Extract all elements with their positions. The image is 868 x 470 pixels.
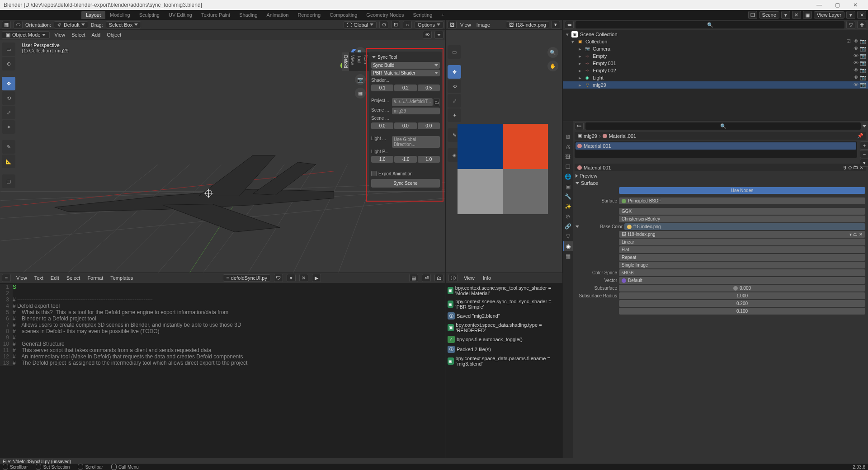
layer-del-icon[interactable]: ✕ xyxy=(857,11,866,19)
scene-icon[interactable]: ❑ xyxy=(748,11,757,19)
overlay-menu-icon[interactable] xyxy=(434,31,443,39)
material-name-field[interactable]: Material.001 9 ◇ 🗀 ✕ xyxy=(575,164,866,171)
ptab-scene-icon[interactable]: ❑ xyxy=(563,162,573,172)
proportional-icon[interactable]: ○ xyxy=(403,21,412,29)
window-max[interactable]: ▢ xyxy=(828,0,846,10)
log-row[interactable]: ▣bpy.context.scene.sync_tool.sync_shader… xyxy=(447,284,561,297)
log-row[interactable]: ▣bpy.context.space_data.params.filename … xyxy=(447,354,561,368)
tool-transform-icon[interactable]: ✦ xyxy=(2,120,15,134)
use-nodes-button[interactable]: Use Nodes xyxy=(619,187,865,194)
lightp-x[interactable]: 1.0 xyxy=(371,156,393,163)
img-image[interactable]: Image xyxy=(475,22,492,28)
tab-add[interactable]: + xyxy=(437,11,448,19)
text-wrap-icon[interactable]: ⏎ xyxy=(422,274,431,282)
ntab-view[interactable]: View xyxy=(349,52,356,71)
ntab-defold[interactable]: Defold xyxy=(342,52,349,71)
tab-geonodes[interactable]: Geometry Nodes xyxy=(362,11,408,19)
outliner-item-Empty[interactable]: ▸⊹ Empty 👁📷 xyxy=(563,52,868,60)
outliner-type-icon[interactable]: ≔ xyxy=(565,21,574,29)
material-slot[interactable]: Material.001 xyxy=(576,142,856,150)
te-format[interactable]: Format xyxy=(85,275,105,281)
scene-field[interactable]: mig29 xyxy=(392,108,440,114)
tool-rotate-icon[interactable]: ⟲ xyxy=(2,91,15,105)
text-syntax-icon[interactable]: 🗂 xyxy=(434,274,443,282)
preview-section[interactable]: Preview xyxy=(573,172,868,179)
img-tool-transform-icon[interactable]: ✦ xyxy=(448,108,461,122)
tab-uvediting[interactable]: UV Editing xyxy=(164,11,197,19)
outliner-item-Camera[interactable]: ▸📷 Camera 👁📷 xyxy=(563,45,868,52)
info-view[interactable]: View xyxy=(462,275,476,281)
radius-2[interactable]: 0.100 xyxy=(619,308,865,315)
info-editor[interactable]: ⓘ View Info ▣bpy.context.scene.sync_tool… xyxy=(446,273,562,458)
img-tool-move-icon[interactable]: ✥ xyxy=(448,65,461,79)
te-edit[interactable]: Edit xyxy=(49,275,61,281)
layer-new-icon[interactable]: ▾ xyxy=(846,11,855,19)
sync-scene-button[interactable]: Sync Scene xyxy=(371,179,440,188)
orientation-dropdown[interactable]: ⛭ Default xyxy=(54,21,88,28)
tab-animation[interactable]: Animation xyxy=(262,11,293,19)
shader-val-1[interactable]: 0.2 xyxy=(394,85,416,91)
tool-scale-icon[interactable]: ⤢ xyxy=(2,106,15,119)
tool-cursor-icon[interactable]: ⊕ xyxy=(2,57,15,70)
tool-move-icon[interactable]: ✥ xyxy=(2,77,15,90)
viewlayer-dropdown[interactable]: View Layer xyxy=(814,11,844,19)
camera-icon[interactable]: 📷 xyxy=(355,74,366,85)
outliner[interactable]: ≔ 🔍 ▽ ✚ ▾▣Scene Collection ▾▣Collection☑… xyxy=(563,20,868,121)
outliner-root[interactable]: ▾▣Scene Collection xyxy=(563,31,868,38)
info-info[interactable]: Info xyxy=(481,275,493,281)
mode-dropdown[interactable]: ▣ Object Mode xyxy=(2,31,50,39)
tab-compositing[interactable]: Compositing xyxy=(325,11,362,19)
text-type-icon[interactable]: ≡ xyxy=(2,274,11,282)
img-pan-icon[interactable]: ✋ xyxy=(547,61,558,71)
log-row[interactable]: ✓bpy.ops.file.autopack_toggle() xyxy=(447,334,561,344)
lightp-z[interactable]: 1.0 xyxy=(418,156,440,163)
export-animation-checkbox[interactable]: Export Animation xyxy=(371,171,440,176)
teximage-field[interactable]: 🖼 f18-index.png ▾ 🗀 ✕ xyxy=(619,231,865,238)
outliner-item-Empty.001[interactable]: ▸⊹ Empty.001 👁📷 xyxy=(563,60,868,67)
scenepos-x[interactable]: 0.0 xyxy=(371,122,393,129)
img-tool-scale-icon[interactable]: ⤢ xyxy=(448,94,461,108)
surface-section[interactable]: Surface xyxy=(573,179,868,187)
surface-shader-dropdown[interactable]: Principled BSDF xyxy=(619,197,865,204)
ptab-texture-icon[interactable]: ▦ xyxy=(563,251,573,261)
te-text[interactable]: Text xyxy=(33,275,45,281)
image-editor[interactable]: 🖼 View Image 🖼 f18-index.png ▾ ▭ ✥ ⟲ ⤢ ✦… xyxy=(446,20,562,273)
3d-viewport[interactable]: ▦ ⬭ Orientation: ⛭ Default Drag: Select … xyxy=(0,20,446,273)
text-del-icon[interactable]: ✕ xyxy=(299,274,308,282)
log-row[interactable]: ⓘPacked 2 file(s) xyxy=(447,344,561,354)
source-dropdown[interactable]: Single Image xyxy=(619,262,865,268)
te-select[interactable]: Select xyxy=(65,275,82,281)
scenepos-y[interactable]: 0.0 xyxy=(394,122,416,129)
snap-type-icon[interactable]: ⊡ xyxy=(391,21,400,29)
outliner-item-Empty.002[interactable]: ▸⊹ Empty.002 👁📷 xyxy=(563,67,868,74)
menu-object[interactable]: Object xyxy=(105,32,123,38)
ptab-world-icon[interactable]: 🌐 xyxy=(563,172,573,182)
interaction-mode-icon[interactable]: ⬭ xyxy=(14,21,23,29)
shader-val-0[interactable]: 0.1 xyxy=(371,85,393,91)
lightp-y[interactable]: -1.0 xyxy=(394,156,416,163)
projection-dropdown[interactable]: Flat xyxy=(619,246,865,253)
mat-rem-icon[interactable]: − xyxy=(860,150,868,158)
drag-dropdown[interactable]: Select Box xyxy=(106,21,142,28)
prop-type-icon[interactable]: ≔ xyxy=(575,122,584,130)
vector-dropdown[interactable]: Default xyxy=(619,277,865,284)
ptab-viewlayer-icon[interactable]: 🖼 xyxy=(563,152,573,162)
outliner-collection[interactable]: ▾▣Collection☑👁📷 xyxy=(563,38,868,45)
outliner-item-mig29[interactable]: ▸▽ mig29 👁📷 xyxy=(563,81,868,89)
layer-icon[interactable]: ▣ xyxy=(803,11,812,19)
editor-type-icon[interactable]: 🖼 xyxy=(448,21,457,29)
radius-1[interactable]: 0.200 xyxy=(619,300,865,307)
ptab-output-icon[interactable]: 🖨 xyxy=(563,142,573,152)
ptab-particle-icon[interactable]: ✨ xyxy=(563,202,573,212)
text-run-icon[interactable]: ▶ xyxy=(312,274,321,282)
editor-type-icon[interactable]: ▦ xyxy=(2,21,11,29)
img-tool-rotate-icon[interactable]: ⟲ xyxy=(448,80,461,93)
ptab-render-icon[interactable]: 🖥 xyxy=(563,132,573,142)
te-view[interactable]: View xyxy=(14,275,29,281)
ntab-item[interactable]: Item xyxy=(363,52,369,71)
text-body[interactable]: 1S23# ----------------------------------… xyxy=(0,283,445,458)
tab-sculpting[interactable]: Sculpting xyxy=(135,11,164,19)
panel-header[interactable]: Sync Tool xyxy=(371,53,440,61)
text-shield-icon[interactable]: 🛡 xyxy=(274,274,283,282)
info-log[interactable]: ▣bpy.context.scene.sync_tool.sync_shader… xyxy=(446,283,562,458)
